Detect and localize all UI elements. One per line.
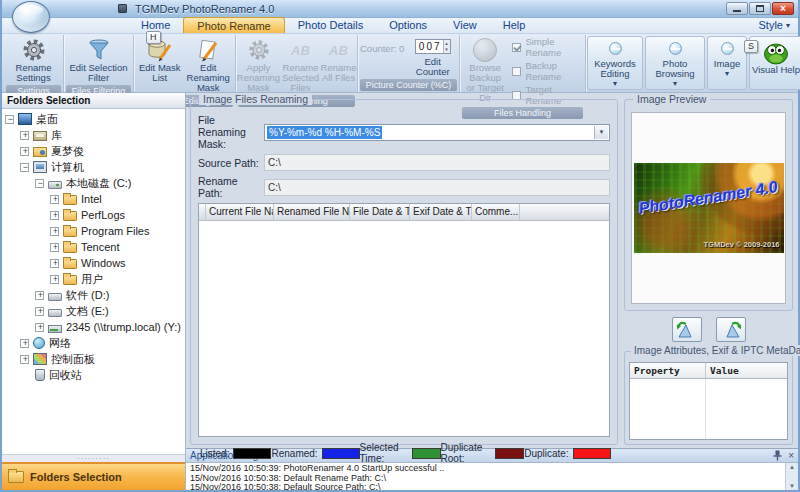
- expand-toggle-icon[interactable]: [35, 323, 44, 332]
- scroll-down-icon[interactable]: ▼: [789, 483, 795, 489]
- expand-toggle-icon[interactable]: [20, 163, 29, 172]
- edit-selection-filter-button[interactable]: Edit Selection Filter: [66, 36, 131, 84]
- rotate-left-button[interactable]: [672, 317, 702, 342]
- tree-node-icon: [48, 293, 62, 301]
- ribbon-tab[interactable]: Photo Details: [285, 17, 376, 33]
- keywords-editing-menu-button[interactable]: Keywords Editing ▾: [587, 36, 643, 90]
- expand-toggle-icon[interactable]: [20, 131, 29, 140]
- application-orb-button[interactable]: [12, 1, 50, 33]
- edit-counter-button[interactable]: Edit Counter: [408, 56, 457, 78]
- grid-column-header[interactable]: Current File Na...: [206, 204, 274, 220]
- tree-node[interactable]: Intel: [2, 191, 185, 207]
- tree-node[interactable]: 文档 (E:): [2, 303, 185, 319]
- group-caption: Picture Counter (%C): [360, 79, 457, 91]
- owl-icon: [763, 42, 789, 65]
- legend-item: Duplicate:: [524, 448, 610, 459]
- tree-node-icon: [18, 113, 32, 125]
- photo-browsing-menu-button[interactable]: Photo Browsing ▾: [645, 36, 705, 90]
- tree-node[interactable]: PerfLogs: [2, 207, 185, 223]
- rename-mode-checkbox: Backup Rename: [512, 60, 583, 82]
- file-renaming-mask-combobox[interactable]: %Y-%m-%d %H-%M-%S ▼: [264, 124, 610, 141]
- splash-credit: TGMDev © 2009-2016: [704, 240, 780, 249]
- tree-node[interactable]: 用户: [2, 271, 185, 287]
- image-preview-area: PhotoRenamer 4.0 TGMDev © 2009-2016: [631, 112, 786, 304]
- metadata-table-body: [630, 379, 787, 439]
- folders-selection-nav-button[interactable]: Folders Selection: [2, 462, 185, 490]
- ribbon-group-files-filtering: Edit Selection Filter Files Filtering: [64, 35, 134, 92]
- expand-toggle-icon[interactable]: [35, 307, 44, 316]
- scroll-up-icon[interactable]: ▲: [789, 464, 795, 470]
- maximize-button[interactable]: [749, 2, 771, 15]
- expand-toggle-icon[interactable]: [50, 275, 59, 284]
- expand-toggle-icon[interactable]: [50, 211, 59, 220]
- expand-toggle-icon[interactable]: [50, 259, 59, 268]
- edit-mask-list-button[interactable]: Edit Mask List: [136, 36, 184, 94]
- grid-column-header[interactable]: File Date & Ti...: [350, 204, 410, 220]
- mask-value: %Y-%m-%d %H-%M-%S: [267, 126, 382, 139]
- quick-access-icon[interactable]: [118, 4, 127, 13]
- expand-toggle-icon[interactable]: [50, 195, 59, 204]
- rotate-right-button[interactable]: [716, 317, 746, 342]
- edit-renaming-mask-button[interactable]: Edit Renaming Mask: [184, 36, 233, 94]
- picture-counter-display[interactable]: 007 ▴▾: [415, 39, 451, 54]
- combo-dropdown-icon[interactable]: ▼: [594, 126, 608, 139]
- files-grid: Current File Na... Renamed File Na... Fi…: [198, 203, 610, 437]
- expand-toggle-icon[interactable]: [50, 243, 59, 252]
- tree-node[interactable]: 库: [2, 127, 185, 143]
- ribbon-tab[interactable]: Help: [490, 17, 539, 33]
- expand-toggle-icon[interactable]: [35, 179, 44, 188]
- expand-toggle-icon[interactable]: [20, 339, 29, 348]
- ribbon-tab[interactable]: View: [440, 17, 490, 33]
- checkbox-icon: [512, 67, 521, 76]
- tree-node[interactable]: 计算机: [2, 159, 185, 175]
- ribbon-group-picture-counter: Counter: 0 007 ▴▾ Edit Counter Picture C…: [358, 35, 460, 92]
- folders-panel-header: Folders Selection: [2, 93, 185, 109]
- tree-node[interactable]: 控制面板: [2, 351, 185, 367]
- grid-column-header[interactable]: Exif Date & Ti...: [410, 204, 472, 220]
- tree-node-icon: [48, 325, 62, 333]
- tree-node[interactable]: 软件 (D:): [2, 287, 185, 303]
- grid-column-header[interactable]: Comme...: [472, 204, 520, 220]
- tree-node[interactable]: 回收站: [2, 367, 185, 383]
- tree-node[interactable]: 网络: [2, 335, 185, 351]
- style-dropdown[interactable]: Style ▾: [759, 19, 790, 31]
- sphere-icon: [473, 38, 497, 62]
- tree-node[interactable]: 本地磁盘 (C:): [2, 175, 185, 191]
- pin-icon[interactable]: [773, 450, 782, 461]
- window-controls: ×: [726, 2, 794, 15]
- tree-node-icon: [63, 259, 77, 269]
- minimize-icon: [733, 10, 741, 12]
- tree-node[interactable]: 桌面: [2, 111, 185, 127]
- maximize-icon: [756, 5, 764, 12]
- expand-toggle-icon[interactable]: [20, 355, 29, 364]
- expand-toggle-icon[interactable]: [35, 291, 44, 300]
- legend-color-swatch: [322, 448, 360, 459]
- source-path-label: Source Path:: [198, 157, 264, 169]
- tree-node[interactable]: 夏梦俊: [2, 143, 185, 159]
- tree-node[interactable]: Tencent: [2, 239, 185, 255]
- log-scrollbar[interactable]: ▲ ▼: [785, 463, 798, 490]
- ribbon-tab[interactable]: Options: [376, 17, 440, 33]
- counter-spinner-icon[interactable]: ▴▾: [443, 40, 450, 53]
- ribbon: Rename Settings Settings Edit Selection …: [2, 34, 798, 93]
- expand-toggle-icon[interactable]: [20, 147, 29, 156]
- folders-splitter[interactable]: ·········: [2, 454, 185, 462]
- grid-column-header[interactable]: Renamed File Na...: [274, 204, 350, 220]
- tree-node-icon: [33, 131, 47, 141]
- tree-node[interactable]: Program Files: [2, 223, 185, 239]
- tree-node[interactable]: 2345 (\\trump.local) (Y:): [2, 319, 185, 335]
- sphere-icon: [669, 42, 682, 55]
- close-button[interactable]: ×: [772, 2, 794, 15]
- tree-node-icon: [33, 147, 47, 157]
- expand-toggle-icon[interactable]: [50, 227, 59, 236]
- tree-node[interactable]: Windows: [2, 255, 185, 271]
- ribbon-tab[interactable]: Photo Rename: [183, 17, 284, 33]
- close-log-icon[interactable]: ×: [788, 451, 794, 461]
- image-menu-button[interactable]: Image ▾: [707, 36, 747, 90]
- funnel-icon: [87, 37, 111, 63]
- expand-toggle-icon[interactable]: [5, 115, 14, 124]
- rotate-left-icon: [676, 320, 698, 339]
- minimize-button[interactable]: [726, 2, 748, 15]
- tree-node-icon: [63, 227, 77, 237]
- rename-settings-button[interactable]: Rename Settings: [6, 36, 61, 84]
